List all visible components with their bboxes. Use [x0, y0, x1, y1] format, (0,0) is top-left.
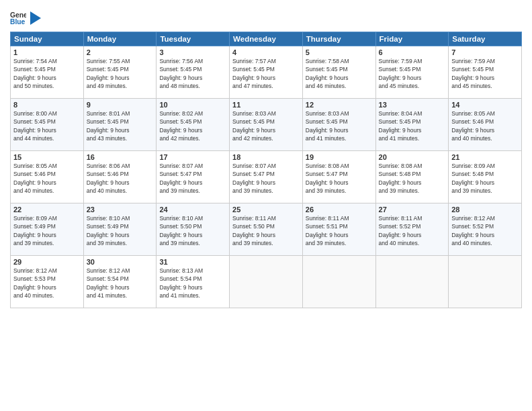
day-cell: 21Sunrise: 8:09 AM Sunset: 5:48 PM Dayli… — [449, 151, 522, 203]
col-header-saturday: Saturday — [449, 32, 522, 46]
week-row-2: 8Sunrise: 8:00 AM Sunset: 5:45 PM Daylig… — [11, 99, 522, 151]
col-header-monday: Monday — [83, 32, 157, 46]
day-cell: 4Sunrise: 7:57 AM Sunset: 5:45 PM Daylig… — [230, 46, 303, 99]
day-info: Sunrise: 8:09 AM Sunset: 5:48 PM Dayligh… — [451, 162, 519, 195]
day-number: 22 — [13, 205, 81, 214]
day-info: Sunrise: 8:02 AM Sunset: 5:45 PM Dayligh… — [159, 109, 226, 142]
day-info: Sunrise: 7:59 AM Sunset: 5:45 PM Dayligh… — [379, 57, 446, 90]
header: General Blue — [10, 10, 522, 26]
day-cell: 9Sunrise: 8:01 AM Sunset: 5:45 PM Daylig… — [83, 99, 157, 151]
day-number: 9 — [87, 101, 154, 109]
day-number: 16 — [87, 153, 154, 161]
day-cell: 2Sunrise: 7:55 AM Sunset: 5:45 PM Daylig… — [83, 46, 157, 99]
day-cell: 16Sunrise: 8:06 AM Sunset: 5:46 PM Dayli… — [83, 151, 157, 203]
day-cell: 1Sunrise: 7:54 AM Sunset: 5:45 PM Daylig… — [11, 46, 84, 99]
day-number: 12 — [306, 101, 373, 109]
day-cell: 11Sunrise: 8:03 AM Sunset: 5:45 PM Dayli… — [230, 99, 303, 151]
day-cell — [230, 256, 303, 308]
day-info: Sunrise: 8:04 AM Sunset: 5:45 PM Dayligh… — [379, 109, 446, 142]
col-header-wednesday: Wednesday — [230, 32, 303, 46]
day-info: Sunrise: 7:58 AM Sunset: 5:45 PM Dayligh… — [306, 57, 373, 90]
col-header-friday: Friday — [375, 32, 449, 46]
day-number: 5 — [306, 48, 373, 56]
day-number: 10 — [159, 101, 226, 109]
day-info: Sunrise: 8:12 AM Sunset: 5:52 PM Dayligh… — [451, 214, 519, 247]
day-info: Sunrise: 8:07 AM Sunset: 5:47 PM Dayligh… — [159, 162, 226, 195]
day-cell: 20Sunrise: 8:08 AM Sunset: 5:48 PM Dayli… — [375, 151, 449, 203]
day-info: Sunrise: 8:08 AM Sunset: 5:47 PM Dayligh… — [306, 162, 373, 195]
col-header-sunday: Sunday — [11, 32, 84, 46]
day-cell: 26Sunrise: 8:11 AM Sunset: 5:51 PM Dayli… — [302, 203, 375, 256]
day-number: 7 — [451, 48, 519, 56]
day-number: 29 — [13, 258, 81, 266]
day-cell: 18Sunrise: 8:07 AM Sunset: 5:47 PM Dayli… — [230, 151, 303, 203]
day-info: Sunrise: 8:10 AM Sunset: 5:49 PM Dayligh… — [87, 214, 154, 247]
day-cell: 17Sunrise: 8:07 AM Sunset: 5:47 PM Dayli… — [157, 151, 230, 203]
svg-marker-3 — [30, 11, 41, 25]
day-number: 4 — [232, 48, 300, 56]
day-cell: 15Sunrise: 8:05 AM Sunset: 5:46 PM Dayli… — [11, 151, 84, 203]
day-number: 15 — [13, 153, 81, 161]
day-cell: 30Sunrise: 8:12 AM Sunset: 5:54 PM Dayli… — [83, 256, 157, 308]
day-info: Sunrise: 8:13 AM Sunset: 5:54 PM Dayligh… — [159, 267, 226, 300]
day-number: 30 — [87, 258, 154, 266]
day-number: 31 — [159, 258, 226, 266]
day-cell: 24Sunrise: 8:10 AM Sunset: 5:50 PM Dayli… — [157, 203, 230, 256]
day-info: Sunrise: 8:12 AM Sunset: 5:53 PM Dayligh… — [13, 267, 81, 300]
day-info: Sunrise: 8:01 AM Sunset: 5:45 PM Dayligh… — [87, 109, 154, 142]
day-info: Sunrise: 7:59 AM Sunset: 5:45 PM Dayligh… — [451, 57, 519, 90]
calendar-header-row: SundayMondayTuesdayWednesdayThursdayFrid… — [11, 32, 522, 46]
day-cell: 6Sunrise: 7:59 AM Sunset: 5:45 PM Daylig… — [375, 46, 449, 99]
day-number: 26 — [306, 205, 373, 214]
day-info: Sunrise: 8:11 AM Sunset: 5:51 PM Dayligh… — [306, 214, 373, 247]
day-number: 18 — [232, 153, 300, 161]
day-number: 27 — [379, 205, 446, 214]
day-cell: 14Sunrise: 8:05 AM Sunset: 5:46 PM Dayli… — [449, 99, 522, 151]
day-number: 8 — [13, 101, 81, 109]
calendar-table: SundayMondayTuesdayWednesdayThursdayFrid… — [10, 32, 522, 308]
day-number: 14 — [451, 101, 519, 109]
day-number: 23 — [87, 205, 154, 214]
day-cell: 3Sunrise: 7:56 AM Sunset: 5:45 PM Daylig… — [157, 46, 230, 99]
day-info: Sunrise: 7:55 AM Sunset: 5:45 PM Dayligh… — [87, 57, 154, 90]
day-cell: 25Sunrise: 8:11 AM Sunset: 5:50 PM Dayli… — [230, 203, 303, 256]
day-number: 20 — [379, 153, 446, 161]
day-info: Sunrise: 8:11 AM Sunset: 5:52 PM Dayligh… — [379, 214, 446, 247]
day-cell: 29Sunrise: 8:12 AM Sunset: 5:53 PM Dayli… — [11, 256, 84, 308]
day-number: 1 — [13, 48, 81, 56]
day-info: Sunrise: 7:56 AM Sunset: 5:45 PM Dayligh… — [159, 57, 226, 90]
day-cell: 5Sunrise: 7:58 AM Sunset: 5:45 PM Daylig… — [302, 46, 375, 99]
day-info: Sunrise: 7:54 AM Sunset: 5:45 PM Dayligh… — [13, 57, 81, 90]
day-cell: 7Sunrise: 7:59 AM Sunset: 5:45 PM Daylig… — [449, 46, 522, 99]
day-number: 6 — [379, 48, 446, 56]
week-row-4: 22Sunrise: 8:09 AM Sunset: 5:49 PM Dayli… — [11, 203, 522, 256]
day-cell: 31Sunrise: 8:13 AM Sunset: 5:54 PM Dayli… — [157, 256, 230, 308]
day-info: Sunrise: 8:05 AM Sunset: 5:46 PM Dayligh… — [13, 162, 81, 195]
day-info: Sunrise: 8:06 AM Sunset: 5:46 PM Dayligh… — [87, 162, 154, 195]
day-number: 19 — [306, 153, 373, 161]
day-cell: 22Sunrise: 8:09 AM Sunset: 5:49 PM Dayli… — [11, 203, 84, 256]
day-number: 3 — [159, 48, 226, 56]
day-number: 24 — [159, 205, 226, 214]
day-number: 11 — [232, 101, 300, 109]
logo-icon: General Blue — [10, 10, 26, 26]
day-cell: 12Sunrise: 8:03 AM Sunset: 5:45 PM Dayli… — [302, 99, 375, 151]
day-info: Sunrise: 8:07 AM Sunset: 5:47 PM Dayligh… — [232, 162, 300, 195]
day-number: 28 — [451, 205, 519, 214]
day-number: 25 — [232, 205, 300, 214]
day-cell: 28Sunrise: 8:12 AM Sunset: 5:52 PM Dayli… — [449, 203, 522, 256]
day-cell — [375, 256, 449, 308]
day-cell: 27Sunrise: 8:11 AM Sunset: 5:52 PM Dayli… — [375, 203, 449, 256]
week-row-5: 29Sunrise: 8:12 AM Sunset: 5:53 PM Dayli… — [11, 256, 522, 308]
day-cell: 10Sunrise: 8:02 AM Sunset: 5:45 PM Dayli… — [157, 99, 230, 151]
day-number: 21 — [451, 153, 519, 161]
logo: General Blue — [10, 10, 41, 26]
day-cell — [302, 256, 375, 308]
calendar-body: 1Sunrise: 7:54 AM Sunset: 5:45 PM Daylig… — [11, 46, 522, 308]
day-info: Sunrise: 8:08 AM Sunset: 5:48 PM Dayligh… — [379, 162, 446, 195]
day-cell: 13Sunrise: 8:04 AM Sunset: 5:45 PM Dayli… — [375, 99, 449, 151]
day-info: Sunrise: 8:11 AM Sunset: 5:50 PM Dayligh… — [232, 214, 300, 247]
day-number: 17 — [159, 153, 226, 161]
svg-text:General: General — [10, 11, 26, 19]
logo-arrow — [30, 11, 41, 25]
